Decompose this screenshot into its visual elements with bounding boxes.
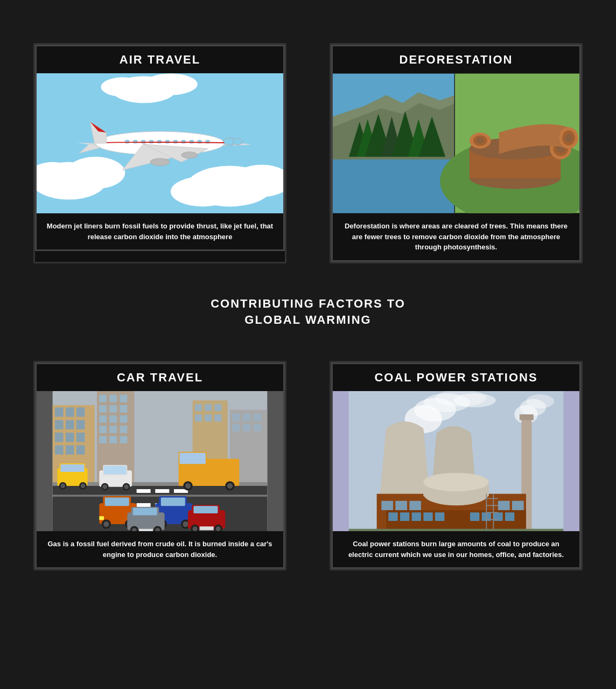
svg-rect-56 [66, 420, 74, 429]
svg-rect-157 [200, 526, 214, 530]
deforestation-image [331, 73, 581, 213]
svg-point-166 [526, 394, 554, 408]
svg-point-139 [183, 521, 188, 527]
svg-rect-60 [76, 433, 85, 442]
svg-rect-101 [53, 495, 268, 496]
coal-power-card: COAL POWER STATIONS [330, 361, 583, 570]
svg-rect-16 [149, 140, 153, 143]
svg-point-46 [565, 134, 572, 142]
svg-point-49 [477, 137, 484, 144]
svg-rect-92 [243, 424, 250, 432]
svg-rect-168 [520, 414, 534, 420]
svg-rect-187 [505, 512, 514, 521]
svg-rect-73 [120, 415, 127, 423]
svg-rect-89 [243, 414, 250, 421]
deforestation-card: DEFORESTATION [330, 43, 583, 263]
svg-rect-55 [55, 420, 64, 429]
svg-rect-93 [254, 424, 261, 432]
svg-point-116 [124, 484, 129, 489]
svg-point-25 [181, 152, 198, 158]
svg-rect-87 [214, 414, 221, 421]
svg-rect-72 [109, 415, 117, 423]
car-travel-card: CAR TRAVEL [33, 361, 286, 570]
svg-rect-82 [195, 404, 202, 411]
svg-rect-96 [155, 489, 169, 493]
svg-rect-135 [161, 498, 185, 506]
svg-rect-62 [66, 446, 74, 455]
svg-rect-84 [214, 404, 221, 411]
svg-rect-144 [133, 508, 157, 516]
svg-rect-53 [66, 407, 74, 416]
svg-rect-182 [423, 512, 432, 521]
svg-rect-183 [435, 512, 444, 521]
svg-rect-180 [400, 512, 409, 521]
svg-rect-173 [381, 501, 393, 510]
svg-rect-181 [412, 512, 421, 521]
svg-rect-98 [137, 503, 151, 507]
svg-point-12 [233, 138, 242, 145]
svg-rect-179 [388, 512, 397, 521]
svg-point-163 [454, 393, 496, 407]
svg-point-109 [81, 484, 86, 489]
svg-rect-95 [137, 489, 151, 493]
car-travel-image [35, 391, 285, 531]
svg-point-153 [193, 526, 198, 531]
air-travel-title: AIR TRAVEL [35, 45, 285, 73]
svg-rect-184 [470, 512, 479, 521]
svg-rect-194 [349, 529, 564, 531]
svg-rect-18 [165, 140, 170, 143]
air-travel-description: Modern jet liners burn fossil fuels to p… [35, 213, 285, 251]
svg-rect-61 [55, 446, 64, 455]
svg-rect-91 [232, 424, 240, 432]
center-title: CONTRIBUTING FACTORS TO GLOBAL WARMING [33, 285, 583, 340]
svg-rect-65 [99, 395, 107, 402]
deforestation-description: Deforestation is where areas are cleared… [331, 213, 581, 262]
svg-rect-79 [120, 436, 127, 443]
svg-point-123 [227, 483, 233, 489]
svg-rect-75 [109, 426, 117, 433]
svg-rect-86 [205, 414, 212, 421]
coal-power-image [331, 391, 581, 531]
svg-rect-54 [76, 407, 85, 416]
svg-rect-27 [333, 154, 455, 213]
svg-rect-119 [179, 453, 206, 464]
svg-point-24 [150, 158, 170, 166]
svg-rect-59 [66, 433, 74, 442]
svg-rect-19 [173, 140, 178, 143]
svg-point-172 [423, 473, 488, 492]
coal-power-title: COAL POWER STATIONS [331, 363, 581, 391]
air-travel-image [35, 73, 285, 213]
svg-rect-177 [512, 501, 524, 510]
svg-rect-66 [109, 395, 117, 402]
svg-rect-151 [193, 506, 218, 513]
car-travel-title: CAR TRAVEL [35, 363, 285, 391]
svg-rect-88 [232, 414, 240, 421]
svg-rect-17 [157, 140, 162, 143]
svg-point-9 [101, 78, 144, 97]
svg-rect-58 [55, 433, 64, 442]
svg-rect-67 [120, 395, 127, 402]
svg-rect-156 [139, 529, 153, 531]
svg-rect-90 [254, 414, 261, 421]
svg-rect-174 [395, 501, 407, 510]
svg-rect-68 [99, 405, 107, 413]
svg-rect-126 [105, 498, 129, 506]
svg-rect-15 [141, 140, 145, 143]
deforestation-title: DEFORESTATION [331, 45, 581, 73]
svg-point-121 [185, 483, 191, 489]
svg-rect-112 [104, 466, 127, 475]
coal-power-description: Coal power stations burn large amounts o… [331, 531, 581, 569]
svg-rect-83 [205, 404, 212, 411]
svg-rect-70 [120, 405, 127, 413]
svg-rect-105 [60, 464, 84, 472]
svg-point-128 [103, 521, 109, 527]
svg-rect-57 [76, 420, 85, 429]
car-travel-description: Gas is a fossil fuel derived from crude … [35, 531, 285, 569]
svg-rect-85 [195, 414, 202, 421]
svg-rect-74 [99, 426, 107, 433]
svg-point-6 [171, 177, 235, 207]
svg-rect-52 [55, 407, 64, 416]
svg-rect-76 [120, 426, 127, 433]
svg-rect-77 [99, 436, 107, 443]
svg-point-114 [102, 484, 107, 489]
